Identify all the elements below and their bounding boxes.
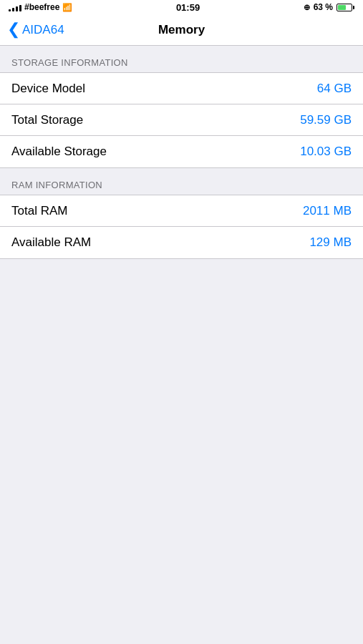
battery-percent-label: 63 % bbox=[314, 2, 333, 12]
table-row: Total RAM 2011 MB bbox=[0, 195, 363, 227]
status-bar-right: ⊕ 63 % bbox=[304, 2, 354, 12]
available-storage-value: 10.03 GB bbox=[300, 145, 352, 159]
available-ram-value: 129 MB bbox=[309, 235, 352, 250]
total-ram-value: 2011 MB bbox=[303, 204, 352, 218]
signal-bars-icon bbox=[9, 3, 21, 11]
storage-table: Device Model 64 GB Total Storage 59.59 G… bbox=[0, 72, 363, 168]
table-row: Device Model 64 GB bbox=[0, 73, 363, 104]
table-row: Available RAM 129 MB bbox=[0, 227, 363, 258]
device-model-label: Device Model bbox=[11, 82, 85, 96]
signal-bar-2 bbox=[12, 8, 14, 11]
available-storage-label: Available Storage bbox=[11, 145, 107, 159]
ram-table: Total RAM 2011 MB Available RAM 129 MB bbox=[0, 195, 363, 259]
signal-bar-4 bbox=[19, 5, 21, 11]
device-model-value: 64 GB bbox=[317, 82, 352, 96]
wifi-icon: 📶 bbox=[62, 3, 72, 12]
ram-section-header: RAM INFORMATION bbox=[0, 168, 363, 195]
signal-bar-1 bbox=[9, 9, 11, 11]
nav-bar: ❮ AIDA64 Memory bbox=[0, 14, 363, 46]
status-bar-time: 01:59 bbox=[176, 2, 200, 13]
table-row: Total Storage 59.59 GB bbox=[0, 104, 363, 136]
carrier-label: #beefree bbox=[24, 2, 59, 12]
content-area: STORAGE INFORMATION Device Model 64 GB T… bbox=[0, 46, 363, 259]
back-label: AIDA64 bbox=[22, 23, 64, 37]
status-bar-left: #beefree 📶 bbox=[9, 2, 72, 12]
back-chevron-icon: ❮ bbox=[7, 21, 20, 37]
available-ram-label: Available RAM bbox=[11, 235, 91, 250]
total-storage-label: Total Storage bbox=[11, 113, 83, 127]
total-storage-value: 59.59 GB bbox=[300, 113, 352, 127]
page-title: Memory bbox=[158, 23, 205, 37]
table-row: Available Storage 10.03 GB bbox=[0, 136, 363, 167]
storage-section-header: STORAGE INFORMATION bbox=[0, 46, 363, 72]
location-icon: ⊕ bbox=[304, 3, 310, 12]
battery-icon bbox=[337, 4, 354, 11]
signal-bar-3 bbox=[16, 6, 18, 11]
back-button[interactable]: ❮ AIDA64 bbox=[7, 22, 64, 37]
bottom-empty-area bbox=[0, 259, 363, 488]
status-bar: #beefree 📶 01:59 ⊕ 63 % bbox=[0, 0, 363, 14]
total-ram-label: Total RAM bbox=[11, 204, 67, 218]
